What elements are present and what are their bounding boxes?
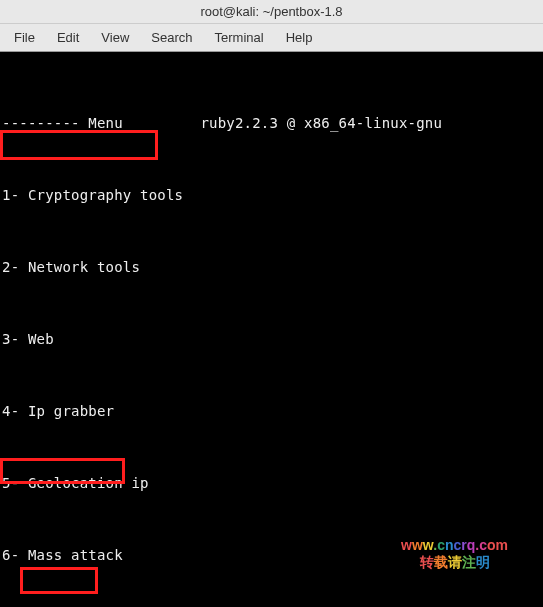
terminal-line — [0, 582, 543, 600]
menu-item-mass-attack: 6- Mass attack — [0, 546, 543, 564]
menu-bar: File Edit View Search Terminal Help — [0, 24, 543, 52]
terminal-line — [0, 510, 543, 528]
window-title: root@kali: ~/pentbox-1.8 — [200, 4, 342, 19]
menu-help[interactable]: Help — [276, 26, 323, 49]
menu-view[interactable]: View — [91, 26, 139, 49]
menu-edit[interactable]: Edit — [47, 26, 89, 49]
menu-search[interactable]: Search — [141, 26, 202, 49]
menu-header: --------- Menu ruby2.2.3 @ x86_64-linux-… — [0, 114, 543, 132]
terminal-line — [0, 78, 543, 96]
menu-item-network-tools: 2- Network tools — [0, 258, 543, 276]
terminal-line — [0, 150, 543, 168]
menu-terminal[interactable]: Terminal — [205, 26, 274, 49]
menu-item-cryptography: 1- Cryptography tools — [0, 186, 543, 204]
terminal-line — [0, 294, 543, 312]
menu-file[interactable]: File — [4, 26, 45, 49]
menu-item-geolocation: 5- Geolocation ip — [0, 474, 543, 492]
terminal-line — [0, 222, 543, 240]
menu-item-web: 3- Web — [0, 330, 543, 348]
terminal-output[interactable]: --------- Menu ruby2.2.3 @ x86_64-linux-… — [0, 52, 543, 607]
terminal-line — [0, 438, 543, 456]
window-titlebar: root@kali: ~/pentbox-1.8 — [0, 0, 543, 24]
terminal-line — [0, 366, 543, 384]
menu-item-ip-grabber: 4- Ip grabber — [0, 402, 543, 420]
